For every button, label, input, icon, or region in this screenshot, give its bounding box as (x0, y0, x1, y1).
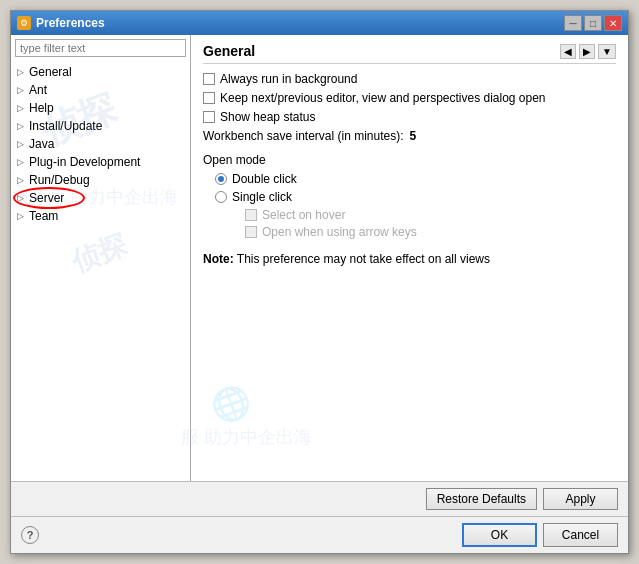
sidebar-label-help: Help (29, 101, 184, 115)
sidebar-item-ant[interactable]: ▷ Ant (11, 81, 190, 99)
double-click-option: Double click (215, 172, 616, 186)
title-bar-left: ⚙ Preferences (17, 16, 105, 30)
sidebar-item-install-update[interactable]: ▷ Install/Update (11, 117, 190, 135)
sidebar-label-general: General (29, 65, 184, 79)
minimize-button[interactable]: ─ (564, 15, 582, 31)
sidebar-label-plugin: Plug-in Development (29, 155, 184, 169)
expand-arrow-ant: ▷ (17, 85, 27, 95)
page-title: General (203, 43, 255, 59)
radio-group: Double click Single click Select on hove… (215, 172, 616, 242)
expand-arrow-run: ▷ (17, 175, 27, 185)
maximize-button[interactable]: □ (584, 15, 602, 31)
sidebar: ▷ General ▷ Ant ▷ Help ▷ Install/Update (11, 35, 191, 481)
sidebar-label-team: Team (29, 209, 184, 223)
open-arrow-label: Open when using arrow keys (262, 225, 417, 239)
show-heap-label: Show heap status (220, 110, 315, 124)
tree-area: ▷ General ▷ Ant ▷ Help ▷ Install/Update (11, 61, 190, 481)
open-arrow-checkbox[interactable] (245, 226, 257, 238)
help-button[interactable]: ? (21, 526, 39, 544)
note-text: Note: This preference may not take effec… (203, 252, 616, 266)
double-click-label: Double click (232, 172, 297, 186)
ok-cancel-group: OK Cancel (462, 523, 618, 547)
expand-arrow-help: ▷ (17, 103, 27, 113)
sidebar-item-general[interactable]: ▷ General (11, 63, 190, 81)
nav-dropdown-button[interactable]: ▼ (598, 44, 616, 59)
show-heap-option: Show heap status (203, 110, 616, 124)
sidebar-label-run: Run/Debug (29, 173, 184, 187)
sidebar-item-java[interactable]: ▷ Java (11, 135, 190, 153)
sidebar-label-java: Java (29, 137, 184, 151)
sidebar-item-plugin[interactable]: ▷ Plug-in Development (11, 153, 190, 171)
main-content-panel: General ◀ ▶ ▼ Always run in background K… (191, 35, 628, 481)
select-on-hover-option: Select on hover (245, 208, 616, 222)
always-run-checkbox[interactable] (203, 73, 215, 85)
sub-options: Select on hover Open when using arrow ke… (245, 208, 616, 239)
workbench-value: 5 (410, 129, 417, 143)
expand-arrow-team: ▷ (17, 211, 27, 221)
sidebar-label-install: Install/Update (29, 119, 184, 133)
restore-apply-bar: Restore Defaults Apply (11, 481, 628, 516)
select-on-hover-label: Select on hover (262, 208, 345, 222)
bottom-bar: ? OK Cancel (11, 516, 628, 553)
expand-arrow-server: ▷ (17, 193, 27, 203)
sidebar-item-server[interactable]: ▷ Server (11, 189, 190, 207)
main-area: ▷ General ▷ Ant ▷ Help ▷ Install/Update (11, 35, 628, 481)
workbench-row: Workbench save interval (in minutes): 5 (203, 129, 616, 143)
double-click-radio[interactable] (215, 173, 227, 185)
filter-input[interactable] (15, 39, 186, 57)
open-arrow-option: Open when using arrow keys (245, 225, 616, 239)
expand-arrow-java: ▷ (17, 139, 27, 149)
single-click-option: Single click (215, 190, 616, 204)
sidebar-label-server: Server (29, 191, 184, 205)
apply-button[interactable]: Apply (543, 488, 618, 510)
server-item-wrapper: ▷ Server (11, 189, 190, 207)
close-button[interactable]: ✕ (604, 15, 622, 31)
expand-arrow-general: ▷ (17, 67, 27, 77)
workbench-label: Workbench save interval (in minutes): (203, 129, 404, 143)
single-click-radio[interactable] (215, 191, 227, 203)
window-title: Preferences (36, 16, 105, 30)
ok-button[interactable]: OK (462, 523, 537, 547)
select-on-hover-checkbox[interactable] (245, 209, 257, 221)
restore-defaults-button[interactable]: Restore Defaults (426, 488, 537, 510)
sidebar-label-ant: Ant (29, 83, 184, 97)
nav-buttons: ◀ ▶ ▼ (560, 44, 616, 59)
expand-arrow-plugin: ▷ (17, 157, 27, 167)
note-content: This preference may not take effect on a… (237, 252, 490, 266)
preferences-window: ⚙ Preferences ─ □ ✕ ▷ General ▷ Ant (10, 10, 629, 554)
nav-back-button[interactable]: ◀ (560, 44, 576, 59)
expand-arrow-install: ▷ (17, 121, 27, 131)
sidebar-item-run-debug[interactable]: ▷ Run/Debug (11, 171, 190, 189)
always-run-option: Always run in background (203, 72, 616, 86)
keep-next-prev-label: Keep next/previous editor, view and pers… (220, 91, 546, 105)
single-click-label: Single click (232, 190, 292, 204)
open-mode-label: Open mode (203, 153, 616, 167)
keep-next-prev-option: Keep next/previous editor, view and pers… (203, 91, 616, 105)
nav-forward-button[interactable]: ▶ (579, 44, 595, 59)
cancel-button[interactable]: Cancel (543, 523, 618, 547)
sidebar-item-help[interactable]: ▷ Help (11, 99, 190, 117)
keep-next-prev-checkbox[interactable] (203, 92, 215, 104)
title-bar: ⚙ Preferences ─ □ ✕ (11, 11, 628, 35)
show-heap-checkbox[interactable] (203, 111, 215, 123)
sidebar-item-team[interactable]: ▷ Team (11, 207, 190, 225)
always-run-label: Always run in background (220, 72, 357, 86)
title-controls: ─ □ ✕ (564, 15, 622, 31)
window-icon: ⚙ (17, 16, 31, 30)
